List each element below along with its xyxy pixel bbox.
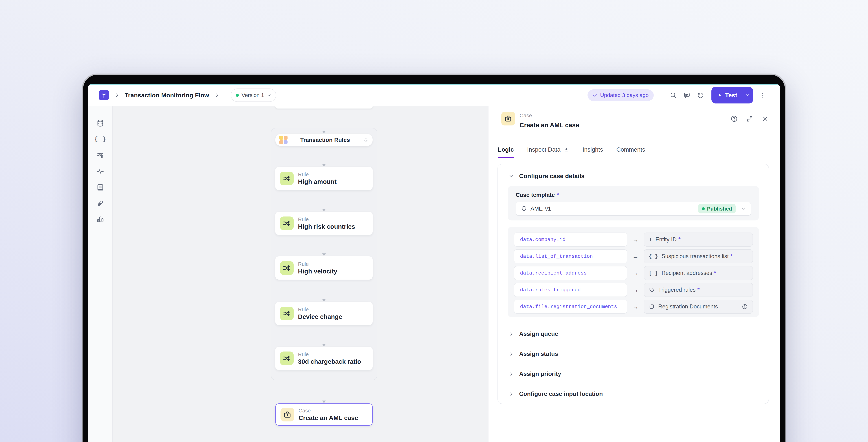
mapping-source-pill[interactable]: data.list_of_transaction xyxy=(514,249,627,263)
connector-arrow xyxy=(322,253,326,256)
mapping-arrow: → xyxy=(627,253,644,260)
required-asterisk: * xyxy=(698,286,700,293)
mapping-target-label: Registration Documents xyxy=(658,303,718,310)
field-label: Case template xyxy=(516,192,555,198)
test-button[interactable]: Test xyxy=(711,87,753,103)
case-template-select[interactable]: AML, v1 Published xyxy=(516,202,751,216)
tab-comments[interactable]: Comments xyxy=(616,141,645,158)
mapping-source-pill[interactable]: data.file.registration_documents xyxy=(514,300,627,314)
updated-label: Updated 3 days ago xyxy=(600,92,649,98)
chevron-down-icon[interactable] xyxy=(745,93,750,98)
section-assign-queue[interactable]: Assign queue xyxy=(498,324,769,344)
tab-inspect-data[interactable]: Inspect Data xyxy=(527,141,569,158)
info-icon xyxy=(742,304,748,310)
case-template-value: AML, v1 xyxy=(530,205,551,212)
published-dot xyxy=(702,207,705,210)
app-window: Transaction Monitoring Flow Version 1 Up… xyxy=(88,84,780,442)
download-icon xyxy=(564,147,569,152)
node-type-label: Rule xyxy=(298,216,355,223)
section-configure-case-details[interactable]: Configure case details xyxy=(508,172,585,179)
upstream-node-partial[interactable] xyxy=(275,106,373,108)
test-tube-icon xyxy=(96,199,104,207)
field-mappings-card: data.company.id → T Entity ID* data.list… xyxy=(508,227,759,317)
mapping-arrow: → xyxy=(627,236,644,243)
section-title: Configure case input location xyxy=(519,390,603,397)
flow-canvas[interactable]: Transaction Rules Rule High amount xyxy=(113,106,488,442)
sidebar-item-reports[interactable] xyxy=(92,211,108,227)
help-button[interactable] xyxy=(730,115,738,123)
kebab-menu-icon xyxy=(760,92,766,98)
chevron-right-icon xyxy=(509,331,514,337)
object-type-icon: { } xyxy=(649,253,658,259)
connector-arrow xyxy=(322,344,326,346)
mapping-source-pill[interactable]: data.recipient.address xyxy=(514,266,627,280)
more-options-button[interactable] xyxy=(758,90,768,100)
sidebar-item-code[interactable]: { } xyxy=(92,131,108,147)
sidebar-item-settings[interactable] xyxy=(92,147,108,163)
info-button[interactable] xyxy=(742,304,748,310)
database-icon xyxy=(96,119,104,127)
sidebar-item-test[interactable] xyxy=(92,195,108,211)
mapping-target-pill[interactable]: T Entity ID* xyxy=(644,233,753,247)
mapping-source-path: data.recipient.address xyxy=(520,270,587,276)
tab-insights[interactable]: Insights xyxy=(583,141,603,158)
bar-chart-icon xyxy=(96,215,104,223)
chevron-down-icon xyxy=(267,93,272,98)
connector-arrow xyxy=(322,164,326,166)
mapping-arrow: → xyxy=(627,270,644,277)
mapping-target-pill[interactable]: [ ] Recipient addresses* xyxy=(644,266,753,280)
comments-button[interactable] xyxy=(682,90,692,100)
briefcase-icon xyxy=(504,115,512,123)
version-selector[interactable]: Version 1 xyxy=(231,89,276,102)
top-bar-actions: Updated 3 days ago Test xyxy=(588,87,770,103)
section-configure-case-input-location[interactable]: Configure case input location xyxy=(498,384,769,404)
shuffle-icon xyxy=(280,307,294,320)
expand-button[interactable] xyxy=(746,115,754,123)
breadcrumb-chevron-icon xyxy=(114,93,120,98)
mapping-row: data.rules_triggered → Triggered rules* xyxy=(514,283,753,297)
mapping-source-pill[interactable]: data.rules_triggered xyxy=(514,283,627,297)
section-assign-priority[interactable]: Assign priority xyxy=(498,364,769,384)
history-button[interactable] xyxy=(695,90,706,100)
mapping-source-path: data.list_of_transaction xyxy=(520,253,593,259)
sidebar-item-resources[interactable] xyxy=(92,115,108,131)
tab-logic[interactable]: Logic xyxy=(498,141,514,158)
tab-label: Comments xyxy=(616,146,645,153)
connector-arrow xyxy=(322,131,326,133)
case-template-label: Case template* xyxy=(516,192,559,198)
expand-icon xyxy=(746,115,753,123)
target-name: Suspicious transactions list xyxy=(661,253,728,260)
search-button[interactable] xyxy=(668,90,678,100)
left-toolbar: { } xyxy=(88,106,113,442)
sidebar-item-library[interactable] xyxy=(92,179,108,195)
tines-logo-icon xyxy=(100,92,107,99)
rule-node-high-amount[interactable]: Rule High amount xyxy=(275,167,373,190)
published-label: Published xyxy=(707,206,732,212)
app-logo[interactable] xyxy=(99,90,109,100)
case-node-create-aml-case[interactable]: Case Create an AML case xyxy=(275,403,373,426)
target-name: Recipient addresses xyxy=(661,270,712,276)
rule-node-30d-chargeback-ratio[interactable]: Rule 30d chargeback ratio xyxy=(275,347,373,370)
close-button[interactable] xyxy=(761,115,769,123)
collapse-icon[interactable] xyxy=(363,137,369,143)
rule-node-device-change[interactable]: Rule Device change xyxy=(275,302,373,325)
mapping-source-pill[interactable]: data.company.id xyxy=(514,233,627,247)
section-assign-status[interactable]: Assign status xyxy=(498,344,769,364)
connector-arrow xyxy=(322,299,326,301)
sidebar-item-monitoring[interactable] xyxy=(92,163,108,179)
mapping-target-pill[interactable]: { } Suspicious transactions list* xyxy=(644,249,753,263)
node-name: High velocity xyxy=(298,267,337,275)
section-title: Configure case details xyxy=(519,172,585,179)
mapping-arrow: → xyxy=(627,286,644,294)
laptop-frame: Transaction Monitoring Flow Version 1 Up… xyxy=(82,73,786,442)
mapping-target-pill[interactable]: Triggered rules* xyxy=(644,283,753,297)
mapping-row: data.list_of_transaction → { } Suspiciou… xyxy=(514,249,753,263)
target-name: Triggered rules xyxy=(658,286,695,293)
mapping-target-pill[interactable]: Registration Documents xyxy=(644,300,753,314)
version-status-dot xyxy=(236,94,239,97)
group-header[interactable]: Transaction Rules xyxy=(275,134,373,146)
required-asterisk: * xyxy=(678,236,681,243)
rule-node-high-velocity[interactable]: Rule High velocity xyxy=(275,256,373,280)
config-panel: Case Create an AML case Logic Inspect xyxy=(488,106,780,442)
rule-node-high-risk-countries[interactable]: Rule High risk countries xyxy=(275,212,373,235)
